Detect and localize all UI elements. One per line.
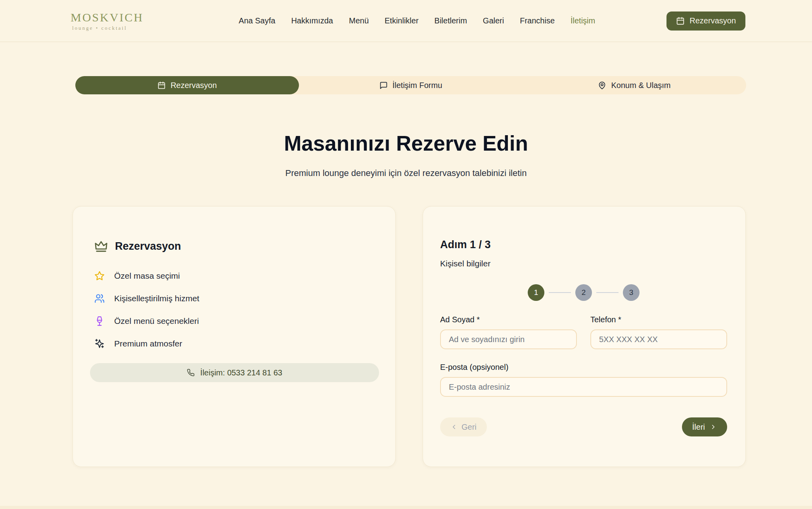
step-title: Adım 1 / 3 [440,237,727,253]
calendar-icon [157,81,166,90]
list-item: Kişiselleştirilmiş hizmet [94,287,374,310]
phone-field[interactable] [590,329,727,349]
info-card-header: Rezervasyon [94,238,374,254]
step-circle-3: 3 [623,284,640,301]
next-button[interactable]: İleri [682,417,727,436]
nav-item-etkinlikler[interactable]: Etkinlikler [385,16,419,25]
name-field[interactable] [440,329,577,349]
header: MOSKVICH lounge • cocktail Ana Sayfa Hak… [0,0,812,42]
reservation-form-card: Adım 1 / 3 Kişisel bilgiler 1 2 3 Ad Soy… [423,206,746,467]
nav-item-franchise[interactable]: Franchise [520,16,555,25]
email-field-label: E-posta (opsiyonel) [440,362,727,372]
chat-icon [379,81,388,90]
feature-label: Özel masa seçimi [114,271,180,281]
list-item: Özel masa seçimi [94,264,374,287]
sparkles-icon [94,339,105,349]
tab-label: Konum & Ulaşım [611,81,670,90]
contact-phone-text: İleişim: 0533 214 81 63 [200,368,282,377]
form-actions: Geri İleri [440,417,727,436]
step-subtitle: Kişisel bilgiler [440,258,727,269]
tab-rezervasyon[interactable]: Rezervasyon [75,76,299,94]
nav-item-galeri[interactable]: Galeri [483,16,504,25]
nav-item-menu[interactable]: Menü [349,16,369,25]
nav-item-iletisim[interactable]: İletişim [571,16,595,25]
users-icon [94,293,105,304]
info-card-title: Rezervasyon [115,240,181,253]
page-title: Masanınızı Rezerve Edin [0,131,812,156]
page-subtitle: Premium lounge deneyimi için özel rezerv… [0,167,812,179]
brand-logo[interactable]: MOSKVICH lounge • cocktail [71,11,144,31]
step-indicator: 1 2 3 [440,284,727,301]
map-pin-icon [598,81,606,90]
step-connector [549,292,571,293]
footer-strip [0,506,812,509]
section-tabbar: Rezervasyon İletişim Formu Konum & Ulaşı… [75,76,746,94]
next-button-label: İleri [692,423,705,432]
step-connector [596,292,619,293]
phone-field-label: Telefon * [590,314,727,325]
email-field[interactable] [440,377,727,397]
name-field-label: Ad Soyad * [440,314,577,325]
feature-list: Özel masa seçimi Kişiselleştirilmiş hizm… [94,264,374,355]
chevron-left-icon [450,423,458,431]
name-field-group: Ad Soyad * [440,314,577,349]
wine-icon [94,316,105,326]
calendar-icon [676,17,685,25]
back-button-label: Geri [462,423,477,432]
nav-item-biletlerim[interactable]: Biletlerim [435,16,467,25]
back-button[interactable]: Geri [440,417,487,436]
email-field-group: E-posta (opsiyonel) [440,362,727,397]
tab-iletisim-formu[interactable]: İletişim Formu [299,76,523,94]
reservation-info-card: Rezervasyon Özel masa seçimi Kişiselleşt… [73,206,396,467]
phone-icon [187,369,195,377]
star-icon [94,271,105,281]
feature-label: Premium atmosfer [114,339,182,348]
contact-phone-pill: İleişim: 0533 214 81 63 [90,363,379,382]
tab-konum-ulasim[interactable]: Konum & Ulaşım [523,76,746,94]
phone-field-group: Telefon * [590,314,727,349]
step-circle-2: 2 [575,284,592,301]
feature-label: Özel menü seçenekleri [114,316,199,326]
feature-label: Kişiselleştirilmiş hizmet [114,294,199,303]
crown-icon [94,239,108,253]
header-reservation-button[interactable]: Rezervasyon [666,11,745,31]
main-nav: Ana Sayfa Hakkımızda Menü Etkinlikler Bi… [239,16,595,25]
header-reservation-label: Rezervasyon [689,16,736,25]
tab-label: Rezervasyon [170,81,217,90]
tab-label: İletişim Formu [393,81,442,90]
form-row-name-phone: Ad Soyad * Telefon * [440,314,727,349]
step-circle-1: 1 [528,284,544,301]
list-item: Özel menü seçenekleri [94,310,374,332]
brand-name: MOSKVICH [71,11,144,23]
brand-tagline: lounge • cocktail [71,25,144,31]
nav-item-hakkimizda[interactable]: Hakkımızda [291,16,333,25]
chevron-right-icon [710,423,717,431]
nav-item-ana-sayfa[interactable]: Ana Sayfa [239,16,275,25]
list-item: Premium atmosfer [94,332,374,355]
